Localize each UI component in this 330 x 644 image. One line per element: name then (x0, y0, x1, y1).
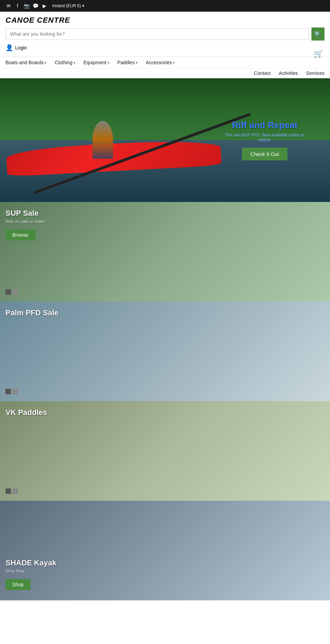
hero-overlay: Riff and Repeat The new BUF PFD. Now ava… (220, 120, 309, 160)
search-button[interactable]: 🔍 (311, 27, 324, 41)
nav-item-clothing[interactable]: Clothing ▾ (55, 60, 75, 65)
dot-1 (6, 289, 11, 295)
social-icons: ✉ f 📷 💬 ▶ (6, 3, 47, 9)
vk-paddles-indicator (6, 488, 18, 494)
dot-2 (12, 289, 18, 295)
search-row: 🔍 (6, 27, 324, 41)
dot-2 (12, 488, 18, 494)
hero-cta-button[interactable]: Check It Out (242, 148, 287, 160)
chevron-down-icon: ▾ (136, 61, 138, 65)
nav-item-paddles[interactable]: Paddles ▾ (118, 60, 138, 65)
cart-icon: 🛒 (314, 49, 323, 58)
country-label: Ireland (EUR €) (52, 3, 81, 8)
palm-pfd-title: Palm PFD Sale (6, 308, 58, 317)
secondary-nav-services[interactable]: Services (306, 70, 324, 76)
shade-kayak-subtitle: Shop Now (6, 569, 56, 574)
nav-item-accessories[interactable]: Accessories ▾ (146, 60, 174, 65)
chevron-down-icon: ▾ (74, 61, 75, 65)
chevron-down-icon: ▾ (108, 61, 109, 65)
palm-pfd-section: Palm PFD Sale (0, 302, 330, 401)
shade-kayak-shop-button[interactable]: Shop (6, 579, 31, 590)
facebook-icon[interactable]: f (14, 3, 21, 9)
secondary-nav-activities[interactable]: Activities (279, 70, 298, 76)
secondary-nav-contact[interactable]: Contact (254, 70, 271, 76)
logo: CANOE CENTRE (6, 16, 324, 25)
chevron-down-icon: ▾ (173, 61, 175, 65)
search-icon: 🔍 (315, 31, 321, 37)
chevron-down-icon: ▾ (45, 61, 46, 65)
whatsapp-icon[interactable]: 💬 (32, 3, 38, 9)
nav-item-boats-and-boards[interactable]: Boats and Boards ▾ (6, 60, 46, 65)
hero-title: Riff and Repeat (220, 120, 309, 131)
dot-2 (12, 389, 18, 394)
main-nav: Boats and Boards ▾ Clothing ▾ Equipment … (0, 57, 330, 68)
header: CANOE CENTRE 🔍 👤 Login 🛒 (0, 12, 330, 57)
palm-pfd-indicator (6, 389, 18, 394)
sup-sale-subtitle: Now on sale on water (6, 219, 45, 224)
dot-1 (6, 488, 11, 494)
dot-1 (6, 389, 11, 394)
nav-item-equipment[interactable]: Equipment ▾ (84, 60, 109, 65)
user-icon: 👤 (6, 44, 13, 52)
instagram-icon[interactable]: 📷 (23, 3, 30, 9)
email-icon[interactable]: ✉ (6, 3, 12, 9)
vk-paddles-title: VK Paddles (6, 408, 47, 417)
chevron-down-icon: ▾ (82, 3, 84, 8)
search-input[interactable] (6, 28, 309, 40)
sup-sale-indicator (6, 289, 18, 295)
hero-person (92, 121, 113, 159)
top-bar: ✉ f 📷 💬 ▶ Ireland (EUR €) ▾ (0, 0, 330, 12)
header-actions: 👤 Login (6, 44, 324, 52)
shade-kayak-section: SHADE Kayak Shop Now Shop (0, 501, 330, 600)
shade-kayak-title: SHADE Kayak (6, 558, 56, 567)
cart-button[interactable]: 🛒 (314, 49, 323, 58)
secondary-nav: Contact Activities Services (0, 68, 330, 78)
sup-sale-content: SUP Sale Now on sale on water Browse (6, 209, 45, 240)
vk-paddles-section: VK Paddles (0, 401, 330, 501)
vk-paddles-content: VK Paddles (6, 408, 47, 418)
sup-sale-title: SUP Sale (6, 209, 45, 218)
shade-kayak-content: SHADE Kayak Shop Now Shop (6, 558, 56, 590)
login-link[interactable]: Login (15, 45, 27, 50)
youtube-icon[interactable]: ▶ (41, 3, 47, 9)
sup-sale-section: SUP Sale Now on sale on water Browse (0, 202, 330, 302)
hero-subtitle: The new BUF PFD. Now available online or… (220, 133, 309, 142)
palm-pfd-content: Palm PFD Sale (6, 308, 58, 319)
country-selector[interactable]: Ireland (EUR €) ▾ (52, 3, 84, 8)
hero-section: Riff and Repeat The new BUF PFD. Now ava… (0, 78, 330, 202)
sup-browse-button[interactable]: Browse (6, 229, 35, 240)
